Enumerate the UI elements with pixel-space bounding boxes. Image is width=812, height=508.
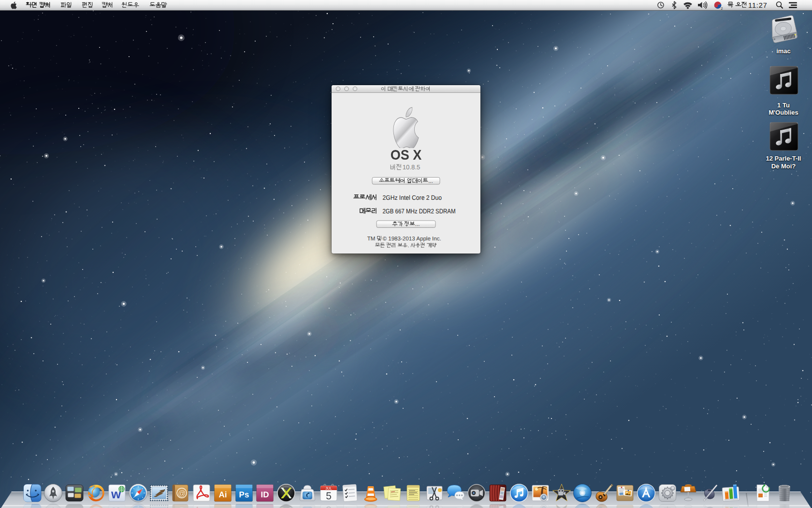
svg-text:...: ... — [415, 222, 420, 227]
svg-text:11:27: 11:27 — [748, 2, 768, 10]
svg-text:TM: TM — [367, 236, 376, 242]
svg-text:@: @ — [178, 490, 186, 498]
svg-text:...: ... — [428, 179, 433, 184]
svg-text:2GHz Intel Core 2 Duo: 2GHz Intel Core 2 Duo — [383, 194, 442, 201]
svg-text:2GB 667 MHz DDR2 SDRAM: 2GB 667 MHz DDR2 SDRAM — [383, 208, 456, 215]
svg-text:Ps: Ps — [239, 490, 249, 499]
svg-text:ID: ID — [261, 490, 269, 499]
svg-text:Ai: Ai — [218, 490, 227, 499]
svg-text:2: 2 — [721, 7, 723, 11]
svg-text:© 1983-2013 Apple Inc.: © 1983-2013 Apple Inc. — [382, 236, 441, 242]
svg-text:10.8.5: 10.8.5 — [403, 164, 420, 171]
svg-text:5: 5 — [326, 491, 332, 502]
svg-text:JUL: JUL — [325, 486, 332, 491]
svg-text:.: . — [408, 243, 409, 249]
